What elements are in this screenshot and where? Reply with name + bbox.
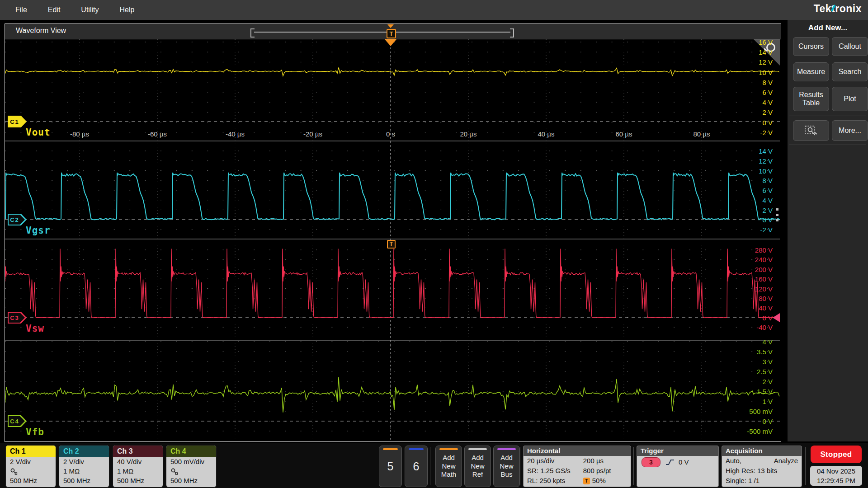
- run-state-badge[interactable]: Stopped: [811, 446, 862, 463]
- add-button-stripe: [468, 448, 487, 450]
- trigger-source-badge: 3: [642, 457, 660, 467]
- acquisition-row: High Res: 13 bits: [722, 466, 802, 476]
- channel-badge-c1[interactable]: C1: [8, 116, 27, 127]
- date-time-display[interactable]: 04 Nov 2025 12:29:45 PM: [810, 466, 862, 486]
- channel-badge-c4[interactable]: C4: [8, 415, 27, 427]
- add-new-math-button[interactable]: AddNewMath: [435, 446, 462, 487]
- acquisition-resolution: High Res: 13 bits: [726, 466, 777, 476]
- axis-label-c3: 240 V: [755, 256, 773, 263]
- record-length: RL: 250 kpts: [527, 476, 583, 486]
- axis-label-c4: 1.5 V: [757, 388, 773, 395]
- channel-settings-header: Ch 4: [166, 446, 216, 457]
- channel-scale-value: 2 V/div: [59, 457, 109, 466]
- channel-badge-c3[interactable]: C3: [8, 312, 27, 324]
- record-view-bar[interactable]: [254, 30, 510, 34]
- axis-label-c4: 3.5 V: [757, 348, 773, 356]
- axis-label-c1: 6 V: [762, 89, 773, 96]
- add-button-stripe: [497, 448, 516, 450]
- trigger-level-arrow-icon[interactable]: [773, 313, 780, 322]
- axis-label-c1: 10 V: [759, 68, 773, 76]
- horizontal-window: 200 µs: [583, 456, 627, 466]
- time-axis-label: -80 µs: [70, 130, 89, 138]
- panel-divider: [789, 145, 866, 145]
- acquisition-single: Single: 1 /1: [726, 476, 760, 486]
- channel-settings-ch4[interactable]: Ch 4500 mV/div500 MHz: [166, 445, 217, 488]
- horizontal-row: 20 µs/div200 µs: [524, 456, 631, 466]
- acquisition-mode: Auto,: [726, 456, 741, 466]
- axis-label-c2: 14 V: [759, 147, 773, 155]
- tektronix-logo: Tektronix: [814, 3, 862, 15]
- axis-label-c3: 0 V: [762, 314, 773, 321]
- channel-coupling-value: 1 MΩ: [113, 466, 163, 476]
- horizontal-panel[interactable]: Horizontal20 µs/div200 µsSR: 1.25 GS/s80…: [523, 446, 631, 487]
- time-axis-label: -40 µs: [226, 130, 245, 138]
- axis-label-c2: 10 V: [759, 167, 773, 174]
- menu-file[interactable]: File: [10, 6, 33, 14]
- axis-label-c1: 0 V: [762, 118, 773, 126]
- settings-bar: Ch 12 V/div500 MHzCh 22 V/div1 MΩ500 MHz…: [0, 443, 868, 488]
- waveform-view-titlebar: Waveform View T: [5, 24, 781, 39]
- axis-label-c3: 280 V: [755, 246, 773, 254]
- add-new-more-button[interactable]: More...: [832, 120, 868, 141]
- add-new-plot-button[interactable]: Plot: [832, 87, 868, 111]
- axis-label-c1: -2 V: [760, 128, 773, 136]
- trigger-position-caret-icon[interactable]: [387, 24, 394, 28]
- add-new-ref-button[interactable]: AddNewRef: [464, 446, 491, 487]
- bottom-separator: [520, 447, 520, 485]
- add-new-bus-button[interactable]: AddNewBus: [493, 446, 520, 487]
- time-axis-label: 60 µs: [616, 130, 632, 138]
- add-new-search-button[interactable]: Search: [832, 62, 868, 81]
- axis-label-c3: 120 V: [755, 285, 773, 292]
- axis-label-c1: 4 V: [762, 99, 773, 106]
- channel-settings-header: Ch 2: [59, 446, 109, 457]
- trigger-marker-icon[interactable]: T: [387, 29, 396, 38]
- channel-6-button[interactable]: 6: [405, 446, 428, 487]
- menu-help[interactable]: Help: [114, 6, 140, 14]
- axis-label-c4: 0 V: [762, 418, 773, 425]
- menu-utility[interactable]: Utility: [75, 6, 104, 14]
- acquisition-panel[interactable]: AcquisitionAuto,AnalyzeHigh Res: 13 bits…: [722, 446, 802, 487]
- channel-bandwidth-value: 500 MHz: [6, 476, 56, 485]
- trigger-position-triangle-icon[interactable]: [385, 39, 396, 46]
- add-new-measure-button[interactable]: Measure: [793, 62, 829, 81]
- menu-edit[interactable]: Edit: [42, 6, 66, 14]
- add-new-cursors-button[interactable]: Cursors: [793, 37, 829, 56]
- menu-bar: FileEditUtilityHelp Tektronix: [0, 0, 868, 20]
- horizontal-scale: 20 µs/div: [527, 456, 583, 466]
- trigger-panel[interactable]: Trigger30 V: [637, 446, 719, 487]
- add-new-results-table-button[interactable]: Results Table: [793, 87, 829, 111]
- zoom-select-button[interactable]: [793, 120, 829, 141]
- add-button-stripe: [439, 448, 458, 450]
- channel-bandwidth-value: 500 MHz: [59, 476, 109, 485]
- panel-drag-handle[interactable]: [776, 208, 778, 225]
- channel-name-vfb: Vfb: [26, 427, 44, 437]
- axis-label-c2: 8 V: [762, 177, 773, 184]
- bottom-separator: [430, 447, 430, 485]
- horizontal-row: RL: 250 kptsT50%: [524, 476, 631, 486]
- add-new-title: Add New...: [788, 23, 868, 33]
- probe-icon: [10, 468, 18, 475]
- trigger-position-icon: T: [583, 478, 590, 484]
- trigger-title: Trigger: [637, 446, 718, 456]
- add-new-callout-button[interactable]: Callout: [832, 37, 868, 56]
- time-axis-label: -20 µs: [303, 130, 322, 138]
- time-axis-label: 0 s: [386, 130, 395, 138]
- zoom-select-icon: [804, 125, 818, 136]
- channel-settings-ch3[interactable]: Ch 340 V/div1 MΩ500 MHz: [113, 445, 163, 488]
- date-label: 04 Nov 2025: [810, 466, 862, 476]
- axis-label-c2: -2 V: [760, 226, 773, 234]
- horizontal-row: SR: 1.25 GS/s800 ps/pt: [524, 466, 631, 476]
- channel-badge-label: C4: [8, 415, 22, 427]
- sample-rate: SR: 1.25 GS/s: [527, 466, 583, 476]
- acquisition-analyze: Analyze: [774, 456, 798, 466]
- channel-badge-c2[interactable]: C2: [8, 214, 27, 225]
- channel-5-button[interactable]: 5: [379, 446, 402, 487]
- graticule[interactable]: T 16 V14 V12 V10 V8 V6 V4 V2 V0 V-2 VC1V…: [5, 39, 780, 441]
- channel-badge-label: C2: [8, 214, 22, 225]
- add-button-label: AddNewRef: [471, 454, 484, 479]
- axis-label-c3: 80 V: [759, 295, 773, 302]
- channel-settings-ch2[interactable]: Ch 22 V/div1 MΩ500 MHz: [59, 445, 109, 488]
- trigger-point-icon[interactable]: T: [387, 240, 396, 249]
- time-axis-label: 40 µs: [538, 130, 555, 138]
- channel-settings-ch1[interactable]: Ch 12 V/div500 MHz: [5, 445, 56, 488]
